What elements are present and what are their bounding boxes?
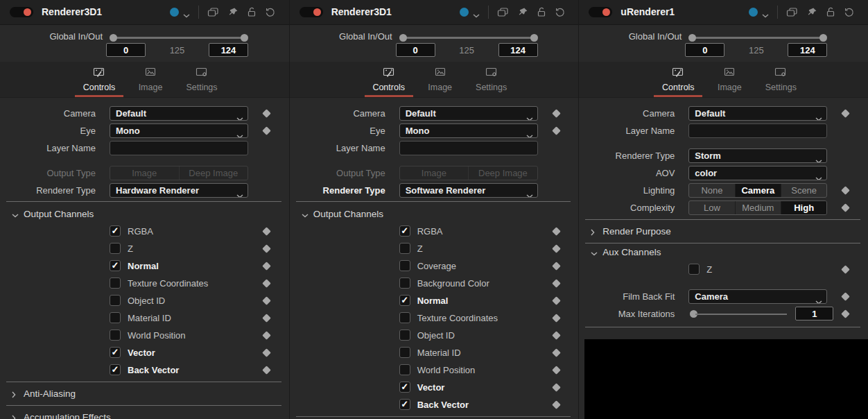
keyframe-diamond-icon[interactable] (841, 109, 850, 118)
copy-icon[interactable] (497, 7, 509, 20)
renderer-type-select[interactable]: Software Renderer (399, 183, 538, 198)
lock-open-icon[interactable] (537, 7, 546, 19)
tab-image[interactable]: Image (704, 62, 755, 97)
keyframe-diamond-icon[interactable] (552, 296, 561, 305)
checkbox-z[interactable] (688, 264, 700, 275)
chevron-down-icon[interactable] (762, 10, 769, 20)
keyframe-diamond-icon[interactable] (262, 227, 271, 236)
checkbox-object-id[interactable] (110, 295, 121, 306)
lock-open-icon[interactable] (826, 7, 835, 19)
global-range-slider[interactable] (399, 34, 538, 42)
segment-button-medium[interactable]: Medium (736, 201, 781, 214)
segment-button-scene[interactable]: Scene (781, 184, 826, 197)
keyframe-diamond-icon[interactable] (552, 331, 561, 340)
section-header-output-channels[interactable]: Output Channels (290, 205, 579, 223)
keyframe-diamond-icon[interactable] (552, 126, 561, 135)
checkbox-texture-coordinates[interactable] (110, 277, 121, 289)
checkbox-vector[interactable]: ✓ (110, 347, 121, 358)
checkbox-rgba[interactable]: ✓ (110, 225, 121, 237)
node-color-dot[interactable] (170, 8, 179, 17)
segment-button-high[interactable]: High (781, 201, 826, 214)
checkbox-object-id[interactable] (399, 330, 410, 341)
keyframe-diamond-icon[interactable] (262, 109, 271, 118)
checkbox-z[interactable] (399, 243, 410, 254)
section-header-anti-aliasing[interactable]: Anti-Aliasing (0, 385, 289, 402)
camera-select[interactable]: Default (110, 106, 248, 121)
eye-select[interactable]: Mono (399, 123, 538, 138)
lock-open-icon[interactable] (247, 7, 257, 19)
keyframe-diamond-icon[interactable] (262, 366, 271, 375)
tab-settings[interactable]: Settings (176, 62, 227, 97)
checkbox-texture-coordinates[interactable] (399, 312, 410, 323)
keyframe-diamond-icon[interactable] (262, 314, 271, 323)
node-enable-toggle[interactable] (589, 7, 612, 17)
layer-name-input[interactable] (400, 142, 537, 155)
keyframe-diamond-icon[interactable] (262, 244, 271, 253)
node-color-dot[interactable] (460, 8, 469, 17)
checkbox-vector[interactable]: ✓ (399, 382, 410, 393)
global-out-input[interactable]: 124 (788, 43, 827, 57)
global-out-handle[interactable] (819, 34, 827, 42)
keyframe-diamond-icon[interactable] (552, 279, 561, 288)
checkbox-normal[interactable]: ✓ (399, 295, 410, 306)
renderer-type-select[interactable]: Storm (688, 148, 827, 163)
keyframe-diamond-icon[interactable] (841, 265, 850, 274)
keyframe-diamond-icon[interactable] (262, 126, 271, 135)
tab-settings[interactable]: Settings (466, 62, 517, 97)
layer-name-input[interactable] (689, 124, 826, 137)
chevron-down-icon[interactable] (473, 10, 480, 20)
segment-button-low[interactable]: Low (689, 201, 735, 214)
keyframe-diamond-icon[interactable] (552, 262, 561, 271)
global-out-handle[interactable] (530, 34, 538, 42)
keyframe-diamond-icon[interactable] (841, 186, 850, 195)
global-in-input[interactable]: 0 (106, 43, 146, 57)
pin-icon[interactable] (228, 7, 238, 19)
camera-select[interactable]: Default (688, 106, 827, 121)
checkbox-normal[interactable]: ✓ (110, 260, 121, 271)
global-in-handle[interactable] (688, 34, 696, 42)
keyframe-diamond-icon[interactable] (262, 348, 271, 357)
keyframe-diamond-icon[interactable] (552, 244, 561, 253)
keyframe-diamond-icon[interactable] (841, 203, 850, 212)
global-in-handle[interactable] (399, 34, 407, 42)
section-header-accumulation-effects[interactable]: Accumulation Effects (0, 409, 289, 419)
keyframe-diamond-icon[interactable] (841, 292, 850, 301)
keyframe-diamond-icon[interactable] (552, 400, 561, 409)
global-in-input[interactable]: 0 (685, 43, 724, 57)
renderer-type-select[interactable]: Hardware Renderer (110, 183, 248, 198)
tab-controls[interactable]: Controls (363, 62, 415, 97)
checkbox-z[interactable] (110, 243, 121, 254)
tab-settings[interactable]: Settings (755, 62, 806, 97)
film-back-fit-select[interactable]: Camera (688, 289, 827, 304)
layer-name-input[interactable] (110, 142, 248, 155)
checkbox-world-position[interactable] (110, 330, 121, 341)
keyframe-diamond-icon[interactable] (552, 383, 561, 392)
global-in-handle[interactable] (110, 34, 117, 42)
global-out-input[interactable]: 124 (498, 43, 538, 57)
checkbox-back-vector[interactable]: ✓ (399, 399, 410, 410)
checkbox-coverage[interactable] (399, 260, 410, 271)
segment-button-none[interactable]: None (689, 184, 735, 197)
keyframe-diamond-icon[interactable] (552, 366, 561, 375)
tab-image[interactable]: Image (125, 62, 176, 97)
copy-icon[interactable] (786, 7, 798, 20)
checkbox-back-vector[interactable]: ✓ (110, 364, 121, 375)
keyframe-diamond-icon[interactable] (552, 227, 561, 236)
keyframe-diamond-icon[interactable] (262, 331, 271, 340)
checkbox-world-position[interactable] (399, 364, 410, 375)
keyframe-diamond-icon[interactable] (262, 279, 271, 288)
global-out-handle[interactable] (241, 34, 248, 42)
section-header-render-purpose[interactable]: Render Purpose (579, 223, 868, 240)
chevron-down-icon[interactable] (183, 10, 190, 20)
copy-icon[interactable] (207, 7, 219, 20)
keyframe-diamond-icon[interactable] (552, 109, 561, 118)
keyframe-diamond-icon[interactable] (841, 309, 850, 318)
node-enable-toggle[interactable] (10, 7, 33, 17)
keyframe-diamond-icon[interactable] (552, 314, 561, 323)
history-reset-icon[interactable] (265, 7, 276, 20)
pin-icon[interactable] (518, 7, 528, 19)
global-range-slider[interactable] (110, 34, 248, 42)
global-range-slider[interactable] (688, 34, 827, 42)
segment-button-camera[interactable]: Camera (736, 184, 781, 197)
checkbox-material-id[interactable] (110, 312, 121, 323)
